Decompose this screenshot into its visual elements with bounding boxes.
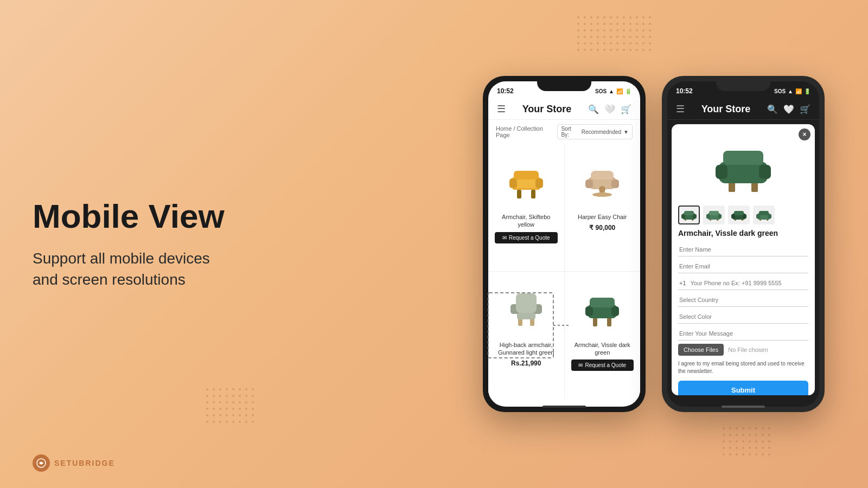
product-detail-image — [678, 131, 808, 201]
page-subtitle: Support all mobile devices and screen re… — [33, 248, 293, 290]
phone-2: 10:52 SOS ▲ 📶 🔋 ☰ Your Store 🔍 🤍 🛒 — [662, 76, 825, 412]
phone-1-navbar: ☰ Your Store 🔍 🤍 🛒 — [488, 99, 640, 120]
svg-rect-24 — [585, 306, 593, 316]
cart-icon[interactable]: 🛒 — [621, 104, 631, 114]
phones-container: 10:52 SOS ▲ 📶 🔋 ☰ Your Store 🔍 🤍 🛒 — [483, 76, 825, 412]
svg-rect-11 — [585, 179, 593, 188]
wishlist-icon-2[interactable]: 🤍 — [783, 104, 794, 114]
product-card-2: Harper Easy Chair ₹ 90,000 — [565, 144, 641, 271]
file-upload-row: Choose Files No File chosen — [678, 344, 808, 356]
thumbnail-2[interactable] — [703, 206, 725, 224]
svg-rect-3 — [509, 178, 517, 188]
product-card-3: High-back armchair, Gunnared light green… — [488, 272, 564, 399]
phone-1-store-name: Your Store — [522, 104, 572, 115]
phone-1-status-icons: SOS ▲ 📶 🔋 — [595, 88, 631, 94]
product-card-4: Armchair, Vissle dark green ✉ Request a … — [565, 272, 641, 399]
message-input[interactable] — [678, 327, 808, 341]
product-card-1: Armchair, Skiftebo yellow ✉ Request a Qu… — [488, 144, 564, 271]
svg-rect-31 — [759, 165, 771, 179]
svg-rect-25 — [611, 306, 619, 316]
phone-1-nav-icons: 🔍 🤍 🛒 — [588, 104, 631, 114]
phone-2-status-icons: SOS ▲ 📶 🔋 — [774, 88, 810, 94]
color-input[interactable] — [678, 310, 808, 324]
phone-1-screen: 10:52 SOS ▲ 📶 🔋 ☰ Your Store 🔍 🤍 🛒 — [488, 81, 640, 407]
svg-point-14 — [599, 186, 605, 192]
sort-dropdown[interactable]: Sort By: Recommednded ▼ — [557, 124, 633, 139]
request-quote-btn-4[interactable]: ✉ Request a Quote — [571, 359, 634, 371]
submit-button[interactable]: Submit — [678, 381, 808, 395]
modal-product-title: Armchair, Vissle dark green — [678, 229, 808, 237]
product-price-2: ₹ 90,000 — [589, 224, 615, 232]
product-image-3 — [495, 278, 558, 338]
svg-rect-13 — [591, 171, 614, 179]
phone-input[interactable] — [690, 277, 808, 290]
hamburger-icon[interactable]: ☰ — [497, 103, 506, 115]
phone-code: +1 — [678, 277, 690, 290]
product-price-3: Rs.21,990 — [511, 359, 541, 367]
wishlist-icon[interactable]: 🤍 — [604, 104, 615, 114]
email-icon-4: ✉ — [578, 362, 583, 368]
country-input[interactable] — [678, 293, 808, 307]
search-icon-2[interactable]: 🔍 — [767, 104, 778, 114]
logo-icon — [33, 454, 50, 472]
request-quote-btn-1[interactable]: ✉ Request a Quote — [495, 232, 558, 243]
svg-rect-32 — [723, 151, 763, 165]
svg-rect-7 — [514, 171, 539, 179]
consent-text: I agree to my email being stored and use… — [678, 360, 808, 375]
hamburger-icon-2[interactable]: ☰ — [676, 103, 685, 115]
phone-1-time: 10:52 — [497, 87, 514, 95]
email-input[interactable] — [678, 260, 808, 273]
phone-1-home-indicator — [542, 406, 586, 408]
phone-1: 10:52 SOS ▲ 📶 🔋 ☰ Your Store 🔍 🤍 🛒 — [483, 76, 646, 412]
svg-rect-50 — [734, 211, 744, 215]
svg-rect-5 — [517, 190, 521, 198]
thumbnail-4[interactable] — [753, 206, 775, 224]
svg-rect-12 — [611, 179, 619, 188]
svg-rect-6 — [531, 190, 535, 198]
page-title: Mobile View — [33, 198, 293, 235]
product-image-1 — [495, 150, 558, 210]
no-file-label: No File chosen — [728, 346, 768, 353]
svg-rect-4 — [535, 178, 543, 188]
thumbnail-3[interactable] — [728, 206, 750, 224]
svg-rect-22 — [607, 318, 611, 326]
email-icon: ✉ — [502, 235, 507, 241]
search-icon[interactable]: 🔍 — [588, 104, 599, 114]
thumbnail-1[interactable] — [678, 206, 700, 224]
svg-rect-54 — [756, 214, 760, 219]
svg-rect-56 — [759, 211, 769, 215]
product-grid: Armchair, Skiftebo yellow ✉ Request a Qu… — [488, 144, 640, 399]
phone-2-screen: 10:52 SOS ▲ 📶 🔋 ☰ Your Store 🔍 🤍 🛒 — [667, 81, 819, 407]
product-name-2: Harper Easy Chair — [578, 213, 627, 221]
setubridge-logo: SETUBRIDGE — [33, 454, 115, 472]
dot-pattern-bottom-right — [723, 427, 770, 455]
product-name-1: Armchair, Skiftebo yellow — [495, 213, 558, 229]
product-image-4 — [571, 278, 634, 338]
product-name-4: Armchair, Vissle dark green — [571, 341, 634, 357]
cart-icon-2[interactable]: 🛒 — [800, 104, 810, 114]
thumbnail-row — [678, 206, 808, 224]
product-modal: × — [672, 124, 815, 395]
dot-pattern-bottom-left — [206, 388, 254, 423]
svg-rect-44 — [709, 211, 719, 215]
phone-2-store-name: Your Store — [701, 104, 751, 115]
name-input[interactable] — [678, 243, 808, 256]
svg-rect-30 — [716, 165, 727, 179]
svg-rect-43 — [718, 214, 722, 219]
svg-rect-20 — [516, 293, 537, 313]
product-name-3: High-back armchair, Gunnared light green — [495, 341, 558, 357]
phone-2-home-indicator — [722, 406, 765, 408]
phone-input-row: +1 — [678, 277, 808, 290]
svg-rect-49 — [743, 214, 746, 219]
phone-2-nav-icons: 🔍 🤍 🛒 — [767, 104, 810, 114]
svg-rect-48 — [731, 214, 735, 219]
choose-files-button[interactable]: Choose Files — [678, 344, 724, 356]
left-section: Mobile View Support all mobile devices a… — [33, 198, 293, 291]
svg-rect-38 — [684, 211, 694, 215]
modal-close-button[interactable]: × — [799, 129, 810, 140]
phone-1-breadcrumb: Home / Collection Page Sort By: Recommed… — [488, 120, 640, 144]
product-image-2 — [571, 150, 634, 210]
dot-pattern-top — [577, 16, 651, 51]
svg-rect-21 — [593, 318, 597, 326]
phone-2-time: 10:52 — [676, 87, 693, 95]
